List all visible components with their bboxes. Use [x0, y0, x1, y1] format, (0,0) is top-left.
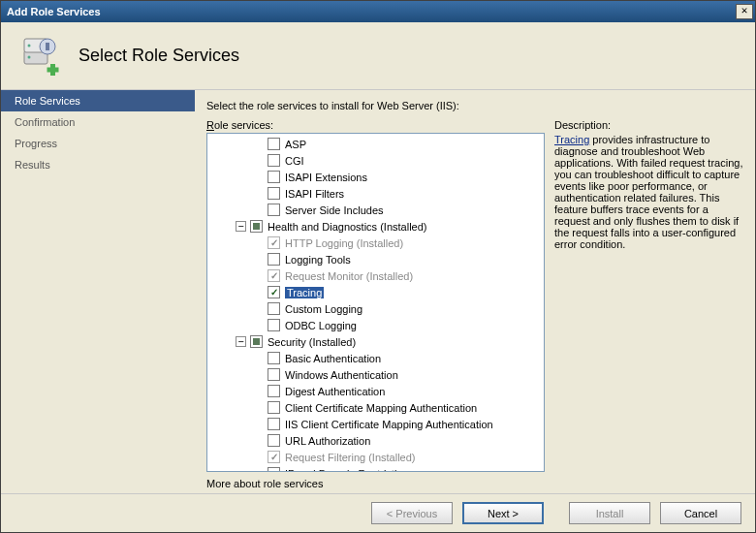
step-confirmation[interactable]: Confirmation	[1, 111, 195, 133]
tree-item[interactable]: IIS Client Certificate Mapping Authentic…	[207, 416, 544, 432]
close-icon[interactable]: ✕	[736, 4, 753, 19]
checkbox[interactable]	[268, 368, 280, 381]
description-link[interactable]: Tracing	[554, 134, 589, 145]
header: Select Role Services	[1, 22, 755, 90]
tree-item-label[interactable]: Request Monitor (Installed)	[285, 270, 413, 282]
svg-rect-7	[47, 67, 59, 72]
role-services-tree[interactable]: ASPCGIISAPI ExtensionsISAPI FiltersServe…	[206, 133, 545, 472]
tree-item-label[interactable]: Digest Authentication	[285, 386, 385, 397]
tree-item-label[interactable]: Windows Authentication	[285, 369, 398, 381]
role-services-column: Role services: ASPCGIISAPI ExtensionsISA…	[206, 119, 545, 489]
tree-item-label[interactable]: Security (Installed)	[268, 336, 356, 348]
install-button: Install	[569, 502, 650, 524]
checkbox	[268, 451, 280, 463]
checkbox	[268, 236, 280, 249]
tree-item[interactable]: CGI	[207, 152, 544, 169]
checkbox[interactable]	[268, 418, 280, 430]
page-heading: Select Role Services	[79, 46, 239, 66]
tree-item[interactable]: ODBC Logging	[207, 317, 544, 333]
checkbox[interactable]	[268, 352, 280, 364]
tree-item-label[interactable]: IP and Domain Restrictions	[285, 468, 414, 473]
wizard-window: Add Role Services ✕ Select Role Services…	[0, 0, 756, 533]
main-panel: Select the role services to install for …	[195, 90, 755, 493]
tree-item-label[interactable]: Client Certificate Mapping Authenticatio…	[285, 402, 477, 414]
tree-item-label[interactable]: Logging Tools	[285, 254, 351, 266]
tree-item-label[interactable]: Tracing	[285, 287, 324, 298]
checkbox[interactable]	[268, 286, 280, 298]
more-about-link[interactable]: More about role services	[206, 478, 323, 489]
more-link-row: More about role services	[206, 478, 545, 489]
svg-rect-5	[46, 43, 49, 50]
prompt-text: Select the role services to install for …	[206, 100, 743, 111]
tree-item[interactable]: Server Side Includes	[207, 202, 544, 218]
description-text: provides infrastructure to diagnose and …	[554, 134, 742, 250]
checkbox[interactable]	[250, 335, 263, 348]
window-title: Add Role Services	[7, 6, 736, 17]
step-results[interactable]: Results	[1, 154, 195, 175]
checkbox[interactable]	[268, 467, 280, 472]
content-columns: Role services: ASPCGIISAPI ExtensionsISA…	[206, 119, 743, 489]
footer: < Previous Next > Install Cancel	[1, 493, 755, 532]
tree-item-label[interactable]: CGI	[285, 155, 304, 167]
svg-point-2	[28, 44, 31, 47]
description-body: Tracing provides infrastructure to diagn…	[554, 134, 743, 250]
tree-item[interactable]: Request Filtering (Installed)	[207, 449, 544, 465]
tree-item[interactable]: Digest Authentication	[207, 383, 544, 399]
svg-point-3	[28, 55, 31, 58]
tree-item[interactable]: ISAPI Extensions	[207, 169, 544, 185]
tree-item[interactable]: URL Authorization	[207, 432, 544, 449]
titlebar: Add Role Services ✕	[1, 1, 755, 22]
expander-icon[interactable]: −	[236, 336, 246, 347]
tree-item[interactable]: ISAPI Filters	[207, 185, 544, 202]
tree-item[interactable]: −Security (Installed)	[207, 333, 544, 350]
step-progress[interactable]: Progress	[1, 133, 195, 154]
checkbox[interactable]	[250, 220, 263, 233]
cancel-button[interactable]: Cancel	[660, 502, 741, 524]
tree-item-label[interactable]: Basic Authentication	[285, 353, 381, 364]
tree-item-label[interactable]: URL Authorization	[285, 435, 370, 447]
description-heading: Description:	[554, 119, 743, 131]
tree-item[interactable]: Custom Logging	[207, 300, 544, 317]
tree-item[interactable]: −Health and Diagnostics (Installed)	[207, 218, 544, 235]
next-button[interactable]: Next >	[462, 502, 544, 524]
tree-item-label[interactable]: HTTP Logging (Installed)	[285, 237, 403, 249]
previous-button: < Previous	[371, 502, 453, 524]
tree-item-label[interactable]: ISAPI Filters	[285, 188, 344, 200]
checkbox[interactable]	[268, 187, 280, 200]
server-role-icon	[20, 35, 63, 78]
step-role-services[interactable]: Role Services	[1, 90, 195, 111]
checkbox[interactable]	[268, 154, 280, 167]
checkbox[interactable]	[268, 385, 280, 397]
expander-icon[interactable]: −	[236, 221, 246, 232]
tree-item[interactable]: IP and Domain Restrictions	[207, 465, 544, 472]
tree-item[interactable]: Basic Authentication	[207, 350, 544, 366]
tree-item-label[interactable]: Server Side Includes	[285, 204, 384, 216]
checkbox[interactable]	[268, 401, 280, 414]
tree-item[interactable]: Request Monitor (Installed)	[207, 267, 544, 284]
checkbox	[268, 269, 280, 282]
tree-label: Role services:	[206, 119, 545, 131]
tree-item-label[interactable]: Health and Diagnostics (Installed)	[268, 221, 426, 233]
checkbox[interactable]	[268, 204, 280, 216]
tree-item-label[interactable]: IIS Client Certificate Mapping Authentic…	[285, 419, 493, 430]
description-panel: Description: Tracing provides infrastruc…	[554, 119, 743, 489]
tree-item-label[interactable]: Request Filtering (Installed)	[285, 452, 416, 463]
steps-sidebar: Role ServicesConfirmationProgressResults	[1, 90, 195, 493]
tree-item[interactable]: Tracing	[207, 284, 544, 300]
tree-item-label[interactable]: ASP	[285, 139, 306, 150]
checkbox[interactable]	[268, 319, 280, 331]
checkbox[interactable]	[268, 171, 280, 183]
checkbox[interactable]	[268, 253, 280, 266]
tree-item[interactable]: ASP	[207, 136, 544, 152]
tree-item-label[interactable]: Custom Logging	[285, 303, 362, 315]
tree-item[interactable]: HTTP Logging (Installed)	[207, 235, 544, 251]
tree-item-label[interactable]: ODBC Logging	[285, 320, 357, 331]
checkbox[interactable]	[268, 302, 280, 315]
checkbox[interactable]	[268, 434, 280, 447]
checkbox[interactable]	[268, 138, 280, 150]
tree-item[interactable]: Logging Tools	[207, 251, 544, 267]
tree-item[interactable]: Windows Authentication	[207, 366, 544, 383]
tree-item-label[interactable]: ISAPI Extensions	[285, 172, 367, 183]
tree-item[interactable]: Client Certificate Mapping Authenticatio…	[207, 399, 544, 416]
body: Role ServicesConfirmationProgressResults…	[1, 90, 755, 493]
